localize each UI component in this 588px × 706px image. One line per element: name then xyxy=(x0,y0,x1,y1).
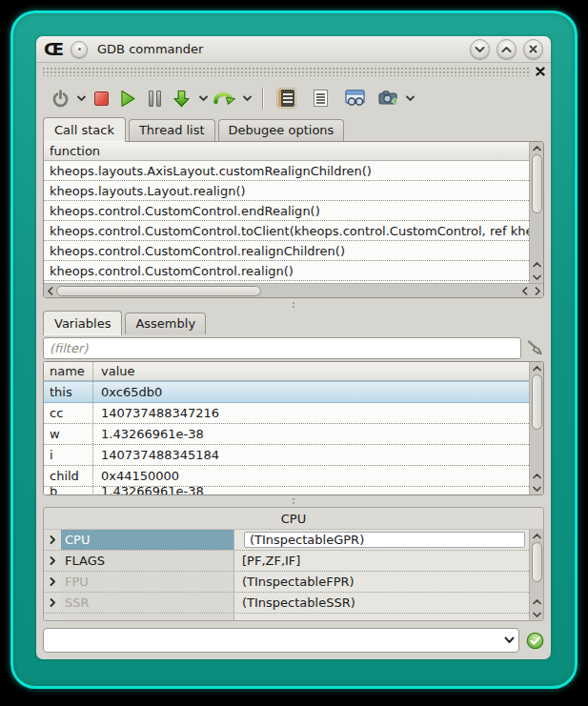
pin-button[interactable] xyxy=(71,41,88,58)
variable-row[interactable]: b 1.43266961e-38 xyxy=(44,487,529,494)
scroll-down-icon[interactable] xyxy=(531,271,543,283)
memo-button[interactable] xyxy=(274,85,297,111)
dock-close-button[interactable] xyxy=(536,67,545,76)
callstack-row[interactable]: kheops.layouts.Layout.realign() xyxy=(44,181,529,201)
variable-row[interactable]: i 140737488345184 xyxy=(44,445,529,466)
cpu-register-row[interactable]: SSR (TInspectableSSR) xyxy=(44,593,529,614)
variable-value: 1.43266961e-38 xyxy=(93,487,529,494)
filter-input[interactable] xyxy=(43,337,521,359)
step-over-button[interactable] xyxy=(212,85,237,111)
variables-header[interactable]: name value xyxy=(44,362,529,381)
variable-name: w xyxy=(44,424,93,444)
callstack-row[interactable]: kheops.layouts.AxisLayout.customRealignC… xyxy=(44,161,529,181)
variable-value: 0x44150000 xyxy=(93,466,529,486)
scrollbar-thumb[interactable] xyxy=(532,542,542,582)
window-title: GDB commander xyxy=(97,42,470,56)
register-group-value: (TInspectableFPR) xyxy=(234,572,529,592)
register-group-value[interactable]: (TInspectableGPR) xyxy=(244,532,525,548)
watches-button[interactable] xyxy=(343,85,367,111)
call-stack-panel: function kheops.layouts.AxisLayout.custo… xyxy=(43,141,544,298)
variable-row[interactable]: cc 140737488347216 xyxy=(44,403,529,424)
variables-vertical-scrollbar[interactable] xyxy=(529,362,543,494)
callstack-vertical-scrollbar[interactable] xyxy=(529,142,543,283)
scrollbar-thumb[interactable] xyxy=(532,154,542,213)
debug-toolbar xyxy=(36,80,551,116)
scroll-down-icon[interactable] xyxy=(531,608,543,620)
scroll-left-icon[interactable] xyxy=(518,285,531,297)
cpu-register-row[interactable] xyxy=(44,614,529,620)
dock-header[interactable] xyxy=(36,63,551,80)
stop-button[interactable] xyxy=(90,85,112,111)
run-button[interactable] xyxy=(116,85,139,111)
mid-tabbar: Variables Assembly xyxy=(36,311,551,334)
step-over-dropdown[interactable] xyxy=(243,95,252,102)
expand-chevron-icon[interactable] xyxy=(44,551,61,571)
scroll-left-icon[interactable] xyxy=(44,285,56,297)
power-button[interactable] xyxy=(49,85,71,111)
command-combobox[interactable] xyxy=(43,628,519,653)
splitter-handle[interactable] xyxy=(36,298,551,311)
callstack-row[interactable]: kheops.control.CustomControl.toClient(kh… xyxy=(44,221,529,241)
callstack-column-header[interactable]: function xyxy=(44,142,529,161)
callstack-horizontal-scrollbar[interactable] xyxy=(44,283,543,297)
name-column-header[interactable]: name xyxy=(44,362,93,380)
cpu-register-row[interactable]: CPU (TInspectableGPR) xyxy=(44,530,529,551)
variable-value: 0xc65db0 xyxy=(93,382,529,402)
command-input[interactable] xyxy=(50,633,504,649)
step-into-dropdown[interactable] xyxy=(199,95,208,102)
dock-grip[interactable] xyxy=(42,67,530,76)
scroll-right-icon[interactable] xyxy=(531,285,543,297)
tab-variables[interactable]: Variables xyxy=(43,311,122,335)
variable-row[interactable]: this 0xc65db0 xyxy=(44,381,529,403)
variable-value: 140737488345184 xyxy=(93,445,529,465)
expand-chevron-icon[interactable] xyxy=(44,530,61,550)
variable-row[interactable]: w 1.43266961e-38 xyxy=(44,424,529,445)
scroll-up-icon[interactable] xyxy=(531,470,543,482)
titlebar[interactable]: Œ GDB commander xyxy=(36,36,551,63)
expand-chevron-icon[interactable] xyxy=(44,593,61,613)
chevron-down-icon xyxy=(199,95,208,102)
scroll-up-icon[interactable] xyxy=(531,530,543,542)
pause-button[interactable] xyxy=(143,85,166,111)
scrollbar-thumb[interactable] xyxy=(532,374,542,430)
scroll-down-icon[interactable] xyxy=(531,482,543,494)
maximize-button[interactable] xyxy=(497,39,517,59)
scroll-up-icon[interactable] xyxy=(531,258,543,271)
power-icon xyxy=(51,90,70,108)
scroll-up-icon[interactable] xyxy=(531,362,543,374)
command-bar xyxy=(36,621,551,659)
tab-thread-list[interactable]: Thread list xyxy=(129,119,215,141)
scroll-up-icon[interactable] xyxy=(531,595,543,608)
step-into-button[interactable] xyxy=(170,85,193,111)
cpu-register-row[interactable]: FPU (TInspectableFPR) xyxy=(44,572,529,593)
expand-chevron-icon[interactable] xyxy=(44,572,61,592)
cpu-vertical-scrollbar[interactable] xyxy=(529,530,543,620)
scroll-up-icon[interactable] xyxy=(531,142,543,154)
output-list-button[interactable] xyxy=(309,85,332,111)
splitter-handle[interactable] xyxy=(36,495,551,507)
confirm-button[interactable] xyxy=(526,632,544,650)
callstack-row[interactable]: kheops.control.CustomControl.realign() xyxy=(44,261,529,281)
cpu-register-row[interactable]: FLAGS [PF,ZF,IF] xyxy=(44,551,529,572)
callstack-row[interactable]: kheops.control.CustomControl.endRealign(… xyxy=(44,201,529,221)
value-column-header[interactable]: value xyxy=(93,362,529,380)
tab-debugee-options[interactable]: Debugee options xyxy=(218,119,345,141)
variable-row[interactable]: child 0x44150000 xyxy=(44,466,529,487)
cpu-panel: CPU CPU (TInspectableGPR) FLAGS [PF,ZF,I… xyxy=(43,507,544,621)
scrollbar-thumb[interactable] xyxy=(56,286,261,296)
gdb-commander-window: Œ GDB commander xyxy=(36,36,551,659)
tab-call-stack[interactable]: Call stack xyxy=(43,117,126,142)
close-button[interactable] xyxy=(523,39,543,59)
tab-assembly[interactable]: Assembly xyxy=(125,313,206,334)
callstack-row[interactable]: kheops.control.CustomControl.realignChil… xyxy=(44,241,529,261)
minimize-button[interactable] xyxy=(470,39,490,59)
variable-name: child xyxy=(44,466,93,486)
stop-icon xyxy=(94,91,109,106)
clear-filter-button[interactable] xyxy=(526,339,544,356)
dropdown-chevron-icon[interactable] xyxy=(504,636,515,644)
snapshot-dropdown[interactable] xyxy=(406,95,415,102)
power-dropdown[interactable] xyxy=(77,95,86,102)
snapshot-button[interactable] xyxy=(376,85,400,111)
list-icon xyxy=(314,90,328,107)
chevron-down-icon xyxy=(77,95,86,102)
